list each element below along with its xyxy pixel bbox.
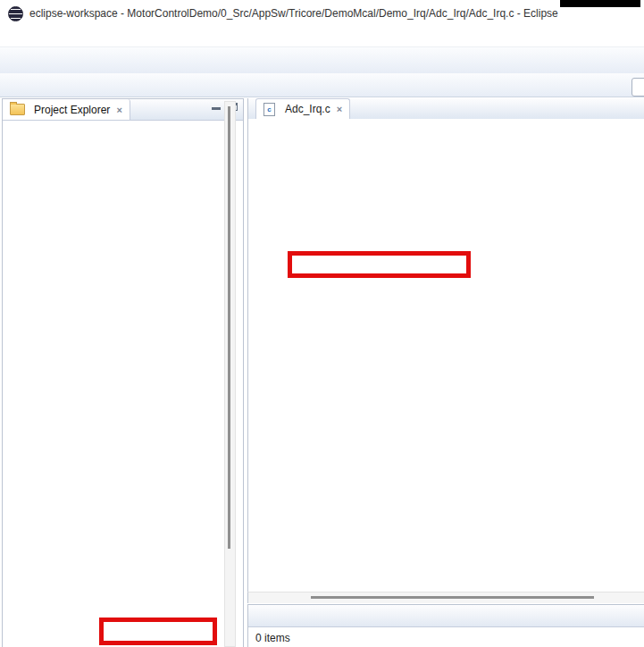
bottom-tab-bar [248,605,644,627]
screen-edge-black-strip [560,0,640,7]
explorer-toolbar [3,121,243,142]
annotation-box-tree-item [99,618,217,645]
menu-bar [0,27,644,46]
window-title: eclipse-workspace - MotorControlDemo/0_S… [29,7,558,20]
tree-scrollbar[interactable] [224,101,236,647]
project-tree [3,141,243,647]
editor-tab-bar: c Adc_Irq.c × [247,98,644,120]
close-icon[interactable]: × [337,104,342,114]
c-file-icon: c [263,103,275,116]
main-toolbar [0,46,644,73]
explorer-tab-bar: Project Explorer × [3,99,243,121]
editor-horizontal-scrollbar[interactable] [247,592,644,603]
title-bar: eclipse-workspace - MotorControlDemo/0_S… [0,0,644,27]
eclipse-window: { "window": { "title": "eclipse-workspac… [0,0,644,647]
quick-access-box[interactable] [631,78,644,97]
problems-status: 0 items [248,627,644,644]
explorer-tab-label: Project Explorer [34,104,110,116]
tree-scrollbar-thumb[interactable] [228,106,230,549]
bottom-view: 0 items [247,604,644,647]
project-explorer-view: Project Explorer × [2,98,244,647]
code-editor[interactable] [247,119,644,592]
editor-scrollbar-thumb[interactable] [311,596,594,599]
annotation-box-editor-line [288,251,471,278]
tab-project-explorer[interactable]: Project Explorer × [3,99,130,120]
tab-adc-irq-c[interactable]: c Adc_Irq.c × [255,98,350,119]
editor-area: c Adc_Irq.c × 0 items [247,98,644,647]
navigation-toolbar [0,73,644,97]
minimize-view-button[interactable] [212,105,221,110]
project-explorer-icon [10,104,25,115]
editor-tab-label: Adc_Irq.c [285,103,330,115]
close-icon[interactable]: × [116,105,121,115]
eclipse-logo-icon [8,6,23,21]
